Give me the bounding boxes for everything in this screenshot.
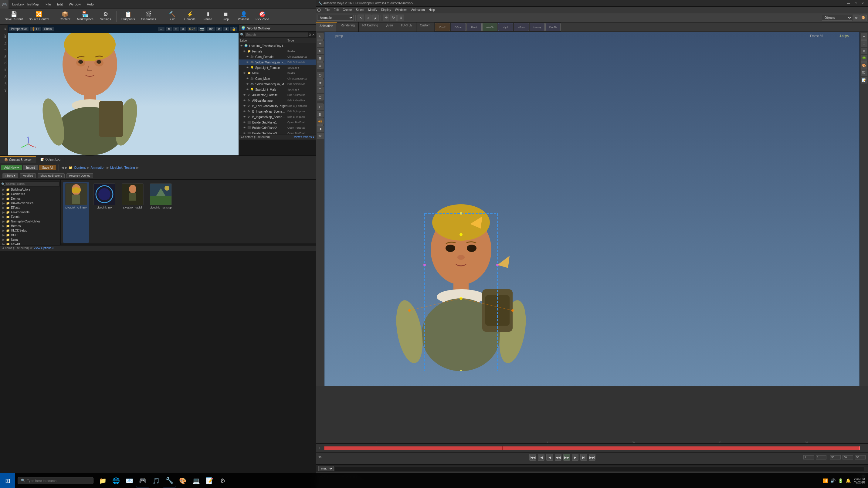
maya-attr-editor-icon[interactable]: ⊞ — [861, 40, 867, 47]
maya-animation-menu[interactable]: Animation — [409, 8, 426, 12]
asset-item-0[interactable]: LiveLink_AnimBP — [63, 182, 89, 243]
possess-button[interactable]: 👤 Possess — [235, 11, 252, 22]
maya-script-editor-icon[interactable]: 📝 — [861, 77, 867, 84]
tab-output-log[interactable]: 📝 Output Log — [36, 156, 65, 163]
settings-button[interactable]: ⚙ Settings — [97, 11, 114, 22]
vp-scale-icon[interactable]: ⊞ — [173, 27, 179, 31]
taskbar-ue4[interactable]: 🎮 — [136, 474, 149, 487]
tab-content-browser[interactable]: 📦 Content Browser — [0, 156, 36, 163]
maya-max-button[interactable]: □ — [853, 2, 858, 5]
outliner-item-16[interactable]: 👁 ⬛ BuilderGridPlane3 Open FortStab — [239, 130, 316, 134]
taskbar-chrome[interactable]: 🌐 — [109, 474, 123, 487]
maya-render-icon[interactable]: 🎨 — [860, 14, 867, 21]
sidebar-te[interactable]: Te.. — [0, 53, 8, 59]
vp-lock-icon[interactable]: 🔒 — [230, 27, 237, 31]
folder-item-effects[interactable]: ▶ 📁 Effects — [0, 206, 60, 210]
taskbar-settings[interactable]: ⚙ — [216, 474, 229, 487]
cinematics-button[interactable]: 🎬 Cinematics — [139, 11, 158, 22]
folder-item-hlodsetup[interactable]: ▶ 📁 HLODSetup — [0, 228, 60, 233]
maya-edit-menu[interactable]: Edit — [332, 8, 341, 12]
maya-move-tool[interactable]: ✛ — [383, 14, 390, 21]
outliner-item-2[interactable]: 👁 🎥 Cam_Female CineCameraAct — [239, 54, 316, 59]
stop-button[interactable]: ⏹ Stop — [217, 11, 234, 22]
taskbar-terminal[interactable]: 💻 — [189, 474, 203, 487]
save-all-button[interactable]: Save All — [39, 165, 56, 170]
maya-xray-icon[interactable]: ◑ — [317, 125, 323, 132]
outliner-item-0[interactable]: 👁 🌍 LiveLink_TestMap (Play in EditorWorl… — [239, 43, 316, 49]
maya-create-menu[interactable]: Create — [341, 8, 353, 12]
maya-objects-select[interactable]: Objects — [822, 15, 852, 21]
pick-zone-button[interactable]: 🎯 Pick Zone — [253, 11, 271, 22]
eye-visibility-icon[interactable]: 👁 — [243, 126, 247, 129]
filter-recently-opened[interactable]: Recently Opened — [66, 173, 93, 178]
folder-item-environments[interactable]: ▶ 📁 Environments — [0, 210, 60, 215]
folder-item-demos[interactable]: ▶ 📁 Demos — [0, 196, 60, 201]
maya-rotate-tool[interactable]: ↻ — [390, 14, 397, 21]
taskbar-search-box[interactable]: 🔍 — [18, 477, 93, 484]
maya-tab-fx[interactable]: FX Caching — [359, 23, 382, 32]
maya-hypershade-icon[interactable]: 🎨 — [861, 62, 867, 69]
vp-rot-icon[interactable]: ⟳ — [216, 27, 222, 31]
maya-universal-icon[interactable]: ⊕ — [317, 62, 323, 69]
eye-visibility-icon[interactable]: 👁 — [246, 77, 250, 80]
sidebar-al[interactable]: Al.. — [0, 87, 8, 93]
maya-render-preview-icon[interactable]: 🔆 — [317, 118, 323, 125]
edit-menu[interactable]: Edit — [54, 1, 66, 7]
add-new-button[interactable]: Add New ▾ — [1, 165, 22, 170]
marketplace-button[interactable]: 🏪 Marketplace — [75, 11, 96, 22]
maya-scale-tool[interactable]: ⊞ — [397, 14, 404, 21]
maya-outliner-icon[interactable]: 🌳 — [861, 55, 867, 62]
vp-num1[interactable]: 0.25 — [188, 27, 197, 31]
maya-snap-surface-icon[interactable]: ◻ — [317, 94, 323, 100]
maya-tool-settings-icon[interactable]: ⚙ — [861, 48, 867, 54]
vp-translate-icon[interactable]: ↔ — [158, 27, 164, 31]
help-menu[interactable]: Help — [84, 1, 97, 7]
maya-cmd-type-select[interactable]: MEL Python — [318, 466, 334, 471]
filter-modified[interactable]: Modified — [20, 173, 36, 178]
taskbar-audio[interactable]: 🎵 — [149, 474, 163, 487]
filter-show-redirectors[interactable]: Show Redirectors — [38, 173, 65, 178]
maya-rotate-icon[interactable]: ↻ — [317, 48, 323, 54]
eye-visibility-icon[interactable]: 👁 — [243, 93, 247, 96]
outliner-item-6[interactable]: 👁 🎥 Cam_Male CineCameraAct — [239, 76, 316, 81]
vp-transform-icon[interactable]: ⊕ — [180, 27, 186, 31]
maya-next-key-button[interactable]: ▶| — [580, 454, 587, 461]
folder-item-buildingactors[interactable]: ▶ 📁 BuildingActors — [0, 187, 60, 192]
maya-close-button[interactable]: ✕ — [860, 2, 866, 5]
maya-snap-icon[interactable]: ⊕ — [853, 14, 860, 21]
taskbar-maya[interactable]: 🔧 — [163, 474, 176, 487]
pause-button[interactable]: ⏸ Pause — [199, 11, 216, 22]
maya-thumb-2[interactable]: FtClean — [451, 23, 466, 31]
folder-item-cosmetics[interactable]: ▶ 📁 Cosmetics — [0, 192, 60, 196]
sidebar-ba[interactable]: Ba.. — [0, 39, 8, 47]
maya-jump-end-button[interactable]: ▶▶| — [589, 454, 595, 461]
maya-windows-menu[interactable]: Windows — [393, 8, 409, 12]
folder-item-hud[interactable]: ▶ 📁 HUD — [0, 233, 60, 237]
maya-play-fwd-button[interactable]: ▶▶ — [563, 454, 570, 461]
maya-scale-icon[interactable]: ⊞ — [317, 55, 323, 62]
outliner-item-9[interactable]: 👁 ⚙ AIDirector_Fortnite Edit AIDirector — [239, 92, 316, 98]
outliner-item-8[interactable]: 👁 💡 SpotLight_Male SpotLight — [239, 87, 316, 92]
volume-icon[interactable]: 🔊 — [830, 478, 836, 483]
maya-channel-box-icon[interactable]: ≡ — [861, 33, 867, 40]
frame-start-input[interactable] — [803, 455, 814, 459]
eye-visibility-icon[interactable]: 👁 — [243, 115, 247, 118]
asset-item-1[interactable]: LiveLink_BP — [91, 182, 117, 243]
frame-total-input[interactable] — [842, 455, 853, 459]
sidebar-file[interactable]: Fi.. — [0, 25, 8, 31]
taskbar-photoshop[interactable]: 🎨 — [176, 474, 189, 487]
vp-camera-icon[interactable]: 📷 — [198, 27, 206, 31]
eye-visibility-icon[interactable]: 👁 — [243, 121, 247, 124]
outliner-item-3[interactable]: 👁 🎮 SoldierMannequin_Female Edit Soldier… — [239, 59, 316, 65]
folder-search-input[interactable] — [5, 182, 59, 186]
maya-modify-menu[interactable]: Modify — [366, 8, 379, 12]
outliner-item-14[interactable]: 👁 ⬛ BuilderGridPlane1 Open FortStab — [239, 120, 316, 125]
frame-end-input[interactable] — [830, 455, 841, 459]
maya-thumb-1[interactable]: Pose2 — [435, 23, 450, 31]
maya-step-back-button[interactable]: ◀ — [546, 454, 553, 461]
maya-paint-tool[interactable]: 🖌 — [372, 14, 379, 21]
outliner-item-7[interactable]: 👁 🎮 SoldierMannequin_Male Edit SoldierMa — [239, 81, 316, 87]
asset-item-2[interactable]: LiveLink_Facial — [120, 182, 145, 243]
maya-transform-icon[interactable]: ✛ — [317, 40, 323, 47]
taskbar-file-explorer[interactable]: 📁 — [96, 474, 109, 487]
